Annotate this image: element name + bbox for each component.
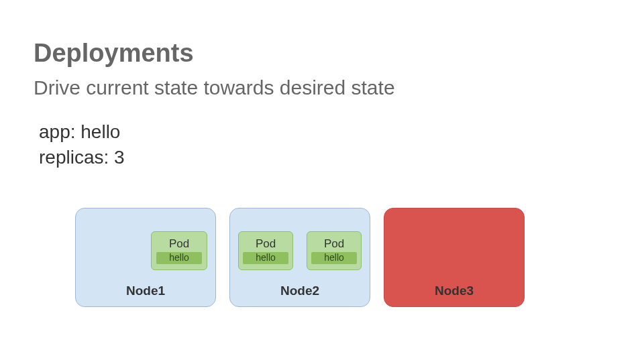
pod: Pod hello	[151, 231, 207, 270]
pod-label: Pod	[169, 237, 189, 251]
pod-app-badge: hello	[156, 252, 202, 264]
node-3-label: Node3	[435, 284, 474, 298]
pod: Pod hello	[307, 231, 362, 270]
node-1-label: Node1	[126, 284, 165, 298]
config-replicas-line: replicas: 3	[39, 145, 125, 170]
deployment-config: app: hello replicas: 3	[39, 119, 125, 170]
nodes-row: Pod hello Node1 Pod hello Pod hello Node…	[75, 208, 525, 307]
pod-label: Pod	[324, 237, 344, 251]
node-1: Pod hello Node1	[75, 208, 216, 307]
node-2-pods: Pod hello Pod hello	[238, 231, 362, 270]
node-3: Node3	[384, 208, 525, 307]
node-2: Pod hello Pod hello Node2	[229, 208, 370, 307]
pod: Pod hello	[238, 231, 293, 270]
slide-title: Deployments	[34, 39, 194, 68]
node-2-label: Node2	[280, 284, 319, 298]
node-1-pods: Pod hello	[151, 231, 207, 270]
pod-app-badge: hello	[311, 252, 357, 264]
pod-app-badge: hello	[243, 252, 288, 264]
config-app-line: app: hello	[39, 119, 125, 145]
pod-label: Pod	[256, 237, 276, 251]
slide-subtitle: Drive current state towards desired stat…	[34, 76, 395, 99]
